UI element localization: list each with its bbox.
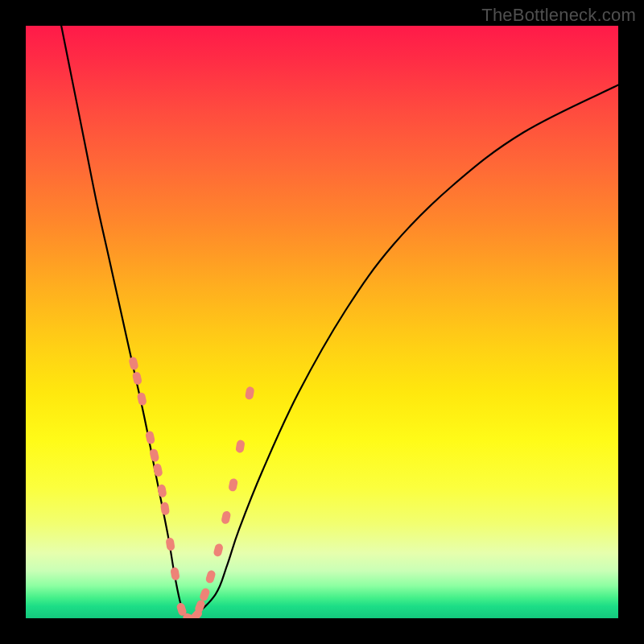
highlight-dot — [145, 431, 155, 445]
highlight-dot — [137, 392, 147, 407]
highlight-dot — [199, 587, 211, 601]
highlight-dot — [228, 478, 238, 493]
highlight-dot — [170, 567, 180, 580]
highlight-dot — [132, 371, 142, 386]
plot-area — [26, 26, 618, 618]
highlight-dot — [128, 357, 138, 371]
chart-frame: TheBottleneck.com — [0, 0, 644, 644]
highlight-dot — [221, 510, 231, 525]
highlight-dot — [235, 440, 246, 454]
watermark-text: TheBottleneck.com — [481, 5, 636, 26]
highlight-dot — [160, 502, 170, 515]
highlight-dot — [213, 543, 224, 557]
highlight-dot — [165, 537, 175, 551]
curve-svg — [26, 26, 618, 618]
highlight-dot — [245, 386, 255, 401]
bottleneck-curve — [61, 26, 618, 618]
highlight-dots — [128, 357, 254, 618]
highlight-dot — [205, 569, 217, 584]
